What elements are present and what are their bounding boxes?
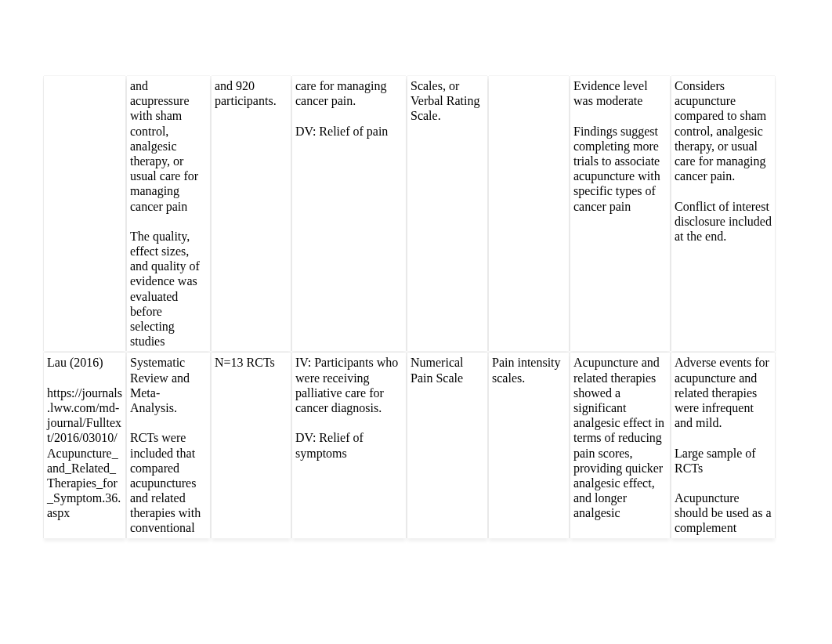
cell-text: care for managing cancer pain. DV: Relie… bbox=[295, 78, 403, 139]
cell-text: Numerical Pain Scale bbox=[411, 355, 484, 385]
cell-text: Scales, or Verbal Rating Scale. bbox=[411, 78, 484, 124]
cell-sample: and 920 participants. bbox=[212, 76, 291, 351]
cell-analysis: Pain intensity scales. bbox=[489, 353, 569, 537]
cell-text: and acupressure with sham control, analg… bbox=[130, 78, 207, 349]
cell-text: N=13 RCTs bbox=[215, 355, 288, 370]
cell-text: Lau (2016) https://journals.lww.com/md-j… bbox=[47, 355, 122, 520]
cell-findings: Evidence level was moderate Findings sug… bbox=[570, 76, 670, 351]
cell-text: Considers acupuncture compared to sham c… bbox=[675, 78, 772, 244]
table-row: and acupressure with sham control, analg… bbox=[44, 76, 775, 351]
cell-sample: N=13 RCTs bbox=[212, 353, 291, 537]
evidence-table: and acupressure with sham control, analg… bbox=[42, 74, 776, 540]
cell-design: and acupressure with sham control, analg… bbox=[127, 76, 210, 351]
cell-variables: IV: Participants who were receiving pall… bbox=[292, 353, 406, 537]
cell-text: Pain intensity scales. bbox=[492, 355, 566, 385]
cell-measure: Scales, or Verbal Rating Scale. bbox=[407, 76, 487, 351]
page: and acupressure with sham control, analg… bbox=[0, 0, 832, 644]
cell-text: Adverse events for acupuncture and relat… bbox=[675, 355, 772, 535]
cell-text: Systematic Review and Meta-Analysis. RCT… bbox=[130, 355, 207, 535]
cell-citation: Lau (2016) https://journals.lww.com/md-j… bbox=[44, 353, 125, 537]
table-row: Lau (2016) https://journals.lww.com/md-j… bbox=[44, 353, 775, 537]
cell-text: and 920 participants. bbox=[215, 78, 288, 108]
cell-variables: care for managing cancer pain. DV: Relie… bbox=[292, 76, 406, 351]
evidence-table-wrapper: and acupressure with sham control, analg… bbox=[42, 74, 775, 540]
cell-design: Systematic Review and Meta-Analysis. RCT… bbox=[127, 353, 210, 537]
cell-text: IV: Participants who were receiving pall… bbox=[295, 355, 403, 460]
cell-measure: Numerical Pain Scale bbox=[407, 353, 487, 537]
cell-notes: Considers acupuncture compared to sham c… bbox=[671, 76, 775, 351]
cell-text: Evidence level was moderate Findings sug… bbox=[573, 78, 667, 214]
cell-citation bbox=[44, 76, 125, 351]
cell-analysis bbox=[489, 76, 569, 351]
cell-text: Acupuncture and related therapies showed… bbox=[573, 355, 667, 520]
cell-notes: Adverse events for acupuncture and relat… bbox=[671, 353, 775, 537]
cell-findings: Acupuncture and related therapies showed… bbox=[570, 353, 670, 537]
